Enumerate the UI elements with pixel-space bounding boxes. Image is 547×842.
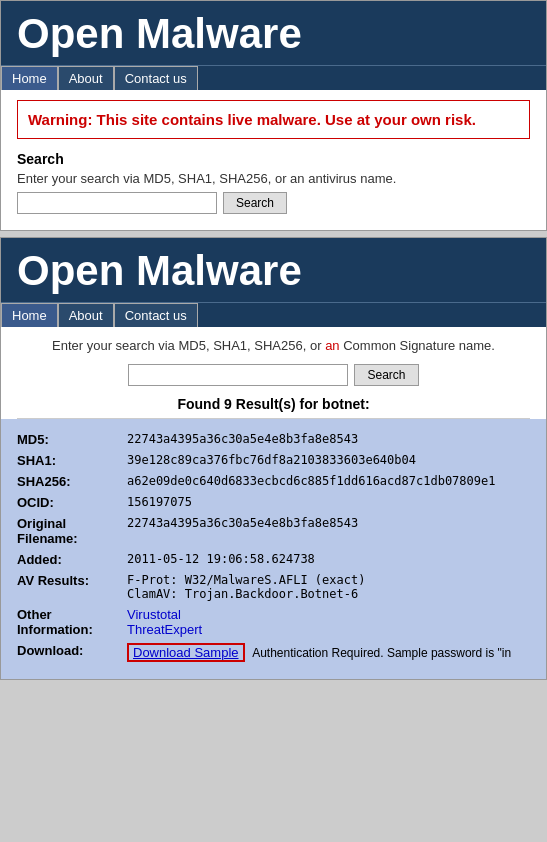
field-value-av: F-Prot: W32/MalwareS.AFLI (exact) ClamAV… [125, 570, 532, 604]
nav-home-1[interactable]: Home [1, 66, 58, 90]
table-row: MD5: 22743a4395a36c30a5e4e8b3fa8e8543 [15, 429, 532, 450]
av-result-1: F-Prot: W32/MalwareS.AFLI (exact) [127, 573, 530, 587]
nav-contact-2[interactable]: Contact us [114, 303, 198, 327]
field-label-sha256: SHA256: [15, 471, 125, 492]
warning-box: Warning: This site contains live malware… [17, 100, 530, 139]
field-label-original: OriginalFilename: [15, 513, 125, 549]
result-table: MD5: 22743a4395a36c30a5e4e8b3fa8e8543 SH… [15, 429, 532, 665]
nav-home-2[interactable]: Home [1, 303, 58, 327]
search-label-1: Search [17, 151, 530, 167]
field-value-ocid: 156197075 [125, 492, 532, 513]
table-row: OCID: 156197075 [15, 492, 532, 513]
search-input-2[interactable] [128, 364, 348, 386]
content-area-2: Enter your search via MD5, SHA1, SHA256,… [1, 327, 546, 418]
site-title-1: Open Malware [17, 11, 530, 57]
nav-bar-2: Home About Contact us [1, 302, 546, 327]
nav-about-2[interactable]: About [58, 303, 114, 327]
results-area: MD5: 22743a4395a36c30a5e4e8b3fa8e8543 SH… [1, 419, 546, 679]
field-value-md5: 22743a4395a36c30a5e4e8b3fa8e8543 [125, 429, 532, 450]
search-row-1: Search [17, 192, 530, 214]
download-note: Authentication Required. Sample password… [252, 646, 511, 660]
field-value-download: Download Sample Authentication Required.… [125, 640, 532, 665]
field-label-added: Added: [15, 549, 125, 570]
field-label-av: AV Results: [15, 570, 125, 604]
field-label-other: OtherInformation: [15, 604, 125, 640]
table-row: Added: 2011-05-12 19:06:58.624738 [15, 549, 532, 570]
table-row: SHA256: a62e09de0c640d6833ecbcd6c885f1dd… [15, 471, 532, 492]
field-label-md5: MD5: [15, 429, 125, 450]
field-label-download: Download: [15, 640, 125, 665]
search-button-2[interactable]: Search [354, 364, 418, 386]
search-input-1[interactable] [17, 192, 217, 214]
field-label-ocid: OCID: [15, 492, 125, 513]
download-sample-link[interactable]: Download Sample [127, 643, 245, 662]
site-title-2: Open Malware [17, 248, 530, 294]
site-header-1: Open Malware [1, 1, 546, 65]
content-area-1: Warning: This site contains live malware… [1, 90, 546, 230]
nav-bar-1: Home About Contact us [1, 65, 546, 90]
table-row: SHA1: 39e128c89ca376fbc76df8a2103833603e… [15, 450, 532, 471]
search-button-1[interactable]: Search [223, 192, 287, 214]
download-sample-box: Download Sample Authentication Required.… [127, 645, 511, 660]
virustotal-link[interactable]: Virustotal [127, 607, 530, 622]
field-value-sha256: a62e09de0c640d6833ecbcd6c885f1dd616acd87… [125, 471, 532, 492]
field-value-original: 22743a4395a36c30a5e4e8b3fa8e8543 [125, 513, 532, 549]
search-desc-1: Enter your search via MD5, SHA1, SHA256,… [17, 171, 530, 186]
search-desc-2: Enter your search via MD5, SHA1, SHA256,… [17, 337, 530, 355]
table-row: Download: Download Sample Authentication… [15, 640, 532, 665]
table-row: OriginalFilename: 22743a4395a36c30a5e4e8… [15, 513, 532, 549]
results-title: Found 9 Result(s) for botnet: [17, 396, 530, 419]
field-label-sha1: SHA1: [15, 450, 125, 471]
table-row: AV Results: F-Prot: W32/MalwareS.AFLI (e… [15, 570, 532, 604]
field-value-sha1: 39e128c89ca376fbc76df8a2103833603e640b04 [125, 450, 532, 471]
field-value-other: Virustotal ThreatExpert [125, 604, 532, 640]
nav-about-1[interactable]: About [58, 66, 114, 90]
threatexpert-link[interactable]: ThreatExpert [127, 622, 530, 637]
site-header-2: Open Malware [1, 238, 546, 302]
warning-text: Warning: This site contains live malware… [28, 109, 519, 130]
an-highlight: an [325, 338, 339, 353]
nav-contact-1[interactable]: Contact us [114, 66, 198, 90]
av-result-2: ClamAV: Trojan.Backdoor.Botnet-6 [127, 587, 530, 601]
field-value-added: 2011-05-12 19:06:58.624738 [125, 549, 532, 570]
section2-panel: Open Malware Home About Contact us Enter… [0, 237, 547, 679]
section1-panel: Open Malware Home About Contact us Warni… [0, 0, 547, 231]
search-row-2: Search [17, 364, 530, 386]
table-row: OtherInformation: Virustotal ThreatExper… [15, 604, 532, 640]
